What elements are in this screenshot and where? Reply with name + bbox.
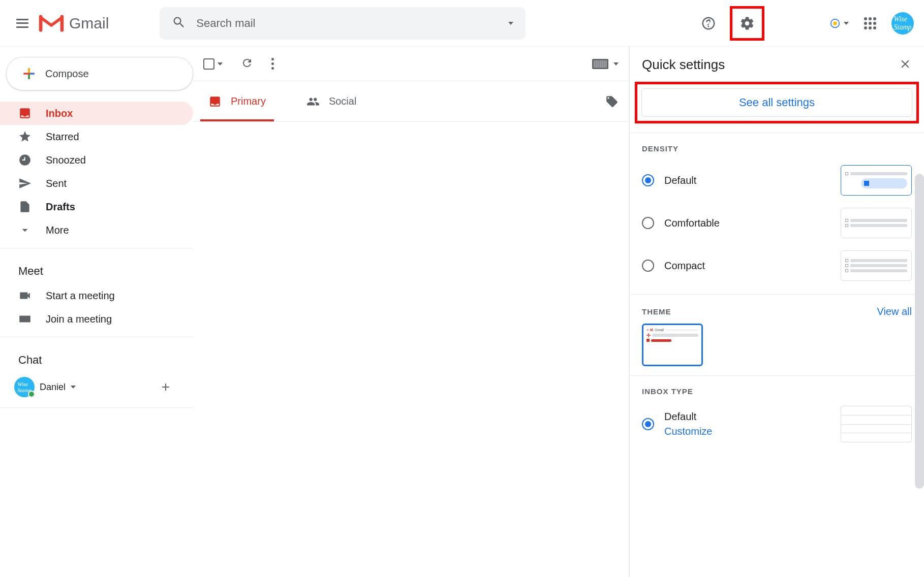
scrollbar[interactable]	[915, 174, 924, 489]
settings-button[interactable]	[735, 11, 759, 36]
gmail-logo[interactable]: Gmail	[39, 14, 109, 33]
theme-section-header: THEME View all	[630, 295, 924, 324]
promotions-tag-icon[interactable]	[605, 95, 619, 108]
input-method-icon[interactable]	[592, 59, 608, 69]
inbox-type-label: Default	[664, 411, 712, 423]
meet-start-meeting[interactable]: Start a meeting	[0, 284, 193, 307]
sidebar-item-more[interactable]: More	[0, 218, 193, 242]
google-apps-button[interactable]	[858, 11, 882, 36]
radio-icon	[642, 217, 654, 229]
chat-user-row[interactable]: WiseStamp Daniel +	[0, 373, 193, 401]
help-button[interactable]	[696, 11, 721, 36]
search-options-dropdown-icon[interactable]	[508, 22, 513, 25]
panel-title: Quick settings	[642, 57, 725, 73]
density-option-comfortable[interactable]: Comfortable	[630, 202, 924, 244]
theme-view-all[interactable]: View all	[877, 306, 912, 317]
search-bar[interactable]	[160, 7, 526, 40]
sidebar-item-label: Starred	[46, 131, 79, 143]
account-avatar[interactable]: WiseStamp	[891, 12, 914, 35]
plus-icon	[21, 66, 37, 82]
sidebar-item-starred[interactable]: Starred	[0, 125, 193, 148]
input-tools-icon	[829, 18, 841, 29]
main: Compose Inbox Starred Snoozed Sent Draft…	[0, 47, 924, 577]
main-menu-button[interactable]	[10, 11, 35, 36]
hamburger-icon	[16, 19, 28, 28]
inbox-icon	[208, 95, 222, 108]
sidebar-item-label: More	[46, 225, 69, 236]
new-chat-button[interactable]: +	[162, 379, 170, 395]
video-icon	[18, 289, 32, 302]
svg-rect-4	[28, 75, 30, 79]
tab-primary[interactable]: Primary	[203, 81, 271, 121]
file-icon	[18, 200, 32, 213]
chevron-down-icon[interactable]	[613, 62, 619, 66]
tab-label: Primary	[231, 95, 266, 107]
clock-icon	[18, 153, 32, 167]
chevron-down-icon	[844, 22, 849, 25]
chat-user-name: Daniel	[40, 382, 66, 393]
density-section-label: DENSITY	[630, 133, 924, 159]
keyboard-icon	[18, 312, 32, 326]
send-icon	[18, 177, 32, 190]
gmail-m-icon	[39, 14, 64, 33]
theme-thumbnail-default[interactable]: ≡MGmail	[642, 324, 703, 366]
density-option-compact[interactable]: Compact	[630, 244, 924, 287]
people-icon	[306, 95, 320, 108]
sidebar-item-inbox[interactable]: Inbox	[0, 102, 193, 125]
inbox-type-customize[interactable]: Customize	[664, 426, 712, 437]
density-option-default[interactable]: Default	[630, 159, 924, 202]
checkbox-icon	[203, 58, 214, 70]
see-all-settings-button[interactable]: See all settings	[641, 88, 912, 117]
sidebar-item-label: Drafts	[46, 201, 75, 213]
presence-indicator	[28, 391, 35, 398]
compose-button[interactable]: Compose	[6, 57, 193, 90]
more-button[interactable]	[271, 58, 274, 70]
apps-grid-icon	[864, 17, 876, 29]
search-input[interactable]	[196, 17, 508, 30]
settings-highlight-box	[730, 6, 764, 41]
meet-item-label: Start a meeting	[46, 290, 115, 302]
close-icon	[899, 57, 912, 71]
svg-rect-2	[28, 68, 30, 73]
svg-rect-5	[19, 316, 30, 323]
inbox-type-default[interactable]: Default Customize	[630, 402, 924, 446]
density-label: Comfortable	[664, 217, 830, 229]
chevron-down-icon	[218, 62, 223, 66]
sidebar-item-snoozed[interactable]: Snoozed	[0, 148, 193, 172]
density-label: Default	[664, 175, 830, 186]
meet-join-meeting[interactable]: Join a meeting	[0, 307, 193, 331]
chevron-down-icon[interactable]	[71, 386, 76, 389]
sidebar-item-label: Inbox	[46, 108, 73, 119]
toolbar	[193, 47, 629, 81]
refresh-button[interactable]	[241, 57, 253, 71]
inbox-type-section-label: INBOX TYPE	[630, 376, 924, 402]
radio-icon	[642, 260, 654, 272]
meet-item-label: Join a meeting	[46, 313, 112, 325]
gmail-brand-text: Gmail	[69, 15, 109, 32]
density-label: Compact	[664, 260, 830, 272]
select-all-checkbox[interactable]	[203, 58, 223, 70]
tab-social[interactable]: Social	[301, 81, 361, 121]
radio-icon	[642, 418, 654, 430]
panel-header: Quick settings	[630, 47, 924, 79]
tab-label: Social	[329, 95, 356, 107]
sidebar-item-sent[interactable]: Sent	[0, 172, 193, 195]
chat-avatar: WiseStamp	[14, 377, 35, 397]
header-actions: WiseStamp	[696, 6, 914, 41]
search-icon	[172, 15, 186, 31]
see-all-highlight-box: See all settings	[635, 82, 919, 123]
star-icon	[18, 130, 32, 143]
density-preview	[841, 250, 912, 281]
content-area: Primary Social	[193, 47, 629, 577]
sidebar-item-drafts[interactable]: Drafts	[0, 195, 193, 218]
density-preview	[841, 208, 912, 238]
sidebar-item-label: Snoozed	[46, 154, 86, 166]
header: Gmail WiseStamp	[0, 0, 924, 47]
theme-section-label: THEME	[642, 307, 671, 316]
close-button[interactable]	[899, 57, 912, 73]
density-preview	[841, 165, 912, 196]
chat-header: Chat	[0, 343, 193, 373]
compose-label: Compose	[45, 68, 89, 80]
input-tools[interactable]	[829, 18, 849, 29]
quick-settings-panel: Quick settings See all settings DENSITY …	[629, 47, 924, 577]
